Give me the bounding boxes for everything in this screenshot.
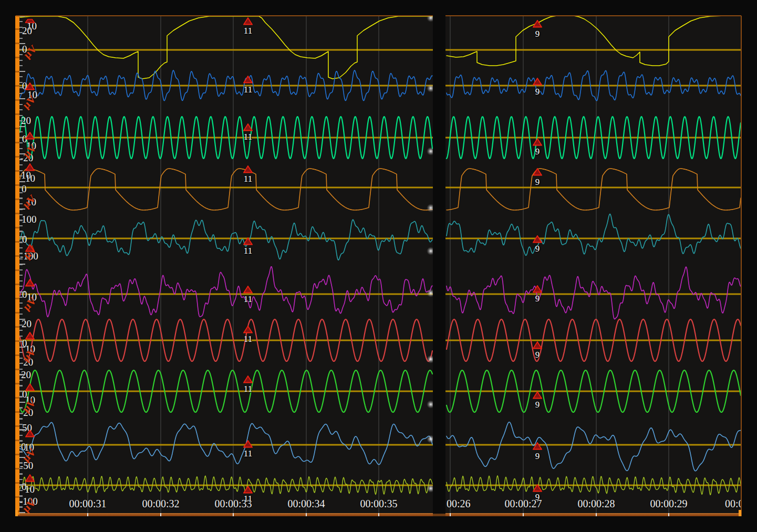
timebar-right-end-cap bbox=[739, 510, 741, 516]
signal-4-trace bbox=[447, 169, 741, 210]
timebar-tick bbox=[450, 513, 451, 516]
signal-panel-right[interactable]: 00:2600:00:2700:00:2800:00:2900:09999999… bbox=[445, 16, 741, 513]
event-marker-number: 9 bbox=[535, 294, 540, 303]
zero-line bbox=[445, 444, 741, 446]
viewer-stage: 00:00:3100:00:3200:00:3300:00:3400:00:35… bbox=[0, 0, 757, 532]
trace-end-glow bbox=[427, 147, 433, 155]
signal-panel-left[interactable]: 00:00:3100:00:3200:00:3300:00:3400:00:35… bbox=[19, 16, 433, 513]
amplitude-tick-label: 10 bbox=[25, 173, 35, 183]
signal-5-trace bbox=[20, 220, 432, 260]
trace-end-glow bbox=[427, 289, 433, 297]
channel-edge-marker-icon[interactable] bbox=[25, 16, 35, 24]
signal-6-trace bbox=[447, 267, 741, 319]
channel-edge-marker-icon[interactable] bbox=[25, 82, 35, 90]
panel-top-border-right bbox=[445, 15, 741, 16]
waveform-canvas bbox=[19, 16, 433, 513]
signal-9-trace bbox=[20, 422, 432, 464]
event-marker-icon[interactable] bbox=[533, 341, 542, 349]
timebar-tick bbox=[87, 513, 88, 516]
channel-edge-marker-icon[interactable] bbox=[25, 132, 35, 140]
event-marker-number: 11 bbox=[244, 384, 252, 393]
timebar-left[interactable] bbox=[16, 513, 433, 516]
zero-line bbox=[445, 187, 741, 189]
channel-edge-marker-icon[interactable] bbox=[25, 430, 35, 437]
event-marker-number: 11 bbox=[244, 132, 252, 141]
signal-6-trace bbox=[20, 267, 432, 317]
zero-line bbox=[445, 485, 741, 486]
event-marker-icon[interactable] bbox=[243, 123, 253, 131]
event-marker-number: 9 bbox=[535, 400, 540, 409]
event-marker-icon[interactable] bbox=[243, 237, 253, 245]
trace-end-glow bbox=[427, 247, 433, 255]
event-marker-number: 9 bbox=[535, 452, 540, 461]
event-marker-number: 9 bbox=[535, 87, 540, 96]
zero-line bbox=[445, 49, 741, 51]
event-marker-icon[interactable] bbox=[533, 78, 542, 86]
signal-5-trace bbox=[447, 214, 741, 255]
channel-edge-marker-icon[interactable] bbox=[25, 244, 35, 252]
zero-line bbox=[19, 444, 433, 446]
panel-top-border-left bbox=[16, 15, 433, 16]
timebar-tick bbox=[233, 513, 234, 516]
time-axis-label: 00:00:31 bbox=[69, 498, 106, 509]
waveform-canvas bbox=[445, 16, 741, 513]
zero-line bbox=[19, 49, 433, 51]
event-marker-icon[interactable] bbox=[243, 165, 253, 173]
zero-line bbox=[19, 294, 433, 295]
event-marker-icon[interactable] bbox=[243, 286, 253, 294]
zero-line bbox=[19, 238, 433, 239]
event-marker-number: 11 bbox=[244, 246, 252, 255]
timebar-tick bbox=[306, 513, 307, 516]
event-marker-number: 11 bbox=[244, 26, 252, 35]
event-marker-icon[interactable] bbox=[243, 375, 253, 383]
trace-end-glow bbox=[427, 400, 433, 409]
timebar-tick bbox=[378, 513, 379, 516]
timebar-tick bbox=[596, 513, 597, 516]
channel-edge-marker-icon[interactable] bbox=[25, 383, 35, 391]
zero-line bbox=[19, 485, 433, 486]
event-marker-icon[interactable] bbox=[243, 326, 253, 333]
event-marker-icon[interactable] bbox=[533, 20, 542, 28]
channel-edge-marker-icon[interactable] bbox=[25, 163, 35, 171]
event-marker-icon[interactable] bbox=[243, 17, 253, 25]
signal-1-trace bbox=[447, 16, 741, 66]
event-marker-number: 11 bbox=[244, 85, 252, 94]
event-marker-number: 9 bbox=[535, 350, 540, 359]
trace-end-glow bbox=[427, 204, 433, 212]
time-axis-label: 00:00:32 bbox=[142, 498, 179, 509]
event-marker-icon[interactable] bbox=[533, 391, 542, 399]
signal-1-trace bbox=[20, 16, 432, 79]
zero-line bbox=[19, 340, 433, 341]
timebar-tick bbox=[523, 513, 524, 516]
event-marker-icon[interactable] bbox=[533, 168, 542, 176]
amplitude-tick-label: 10 bbox=[25, 484, 35, 494]
trace-end-glow bbox=[427, 355, 433, 363]
trace-end-glow bbox=[427, 16, 433, 22]
channel-edge-marker-icon[interactable] bbox=[25, 332, 35, 340]
zero-line bbox=[445, 137, 741, 139]
time-axis-label: 00:00:35 bbox=[360, 498, 397, 509]
event-marker-icon[interactable] bbox=[533, 235, 542, 243]
time-axis-label: 00:00:28 bbox=[577, 498, 615, 509]
amplitude-ruler[interactable] bbox=[15, 16, 19, 515]
zero-line bbox=[445, 391, 741, 392]
event-marker-icon[interactable] bbox=[243, 440, 253, 448]
event-marker-icon[interactable] bbox=[533, 442, 542, 450]
timebar-right[interactable] bbox=[445, 513, 741, 516]
event-marker-icon[interactable] bbox=[533, 138, 542, 146]
channel-edge-marker-icon[interactable] bbox=[25, 474, 35, 482]
event-marker-icon[interactable] bbox=[243, 486, 253, 494]
timebar-gap bbox=[433, 514, 445, 516]
event-marker-number: 11 bbox=[244, 494, 252, 503]
event-marker-number: 9 bbox=[535, 244, 540, 253]
event-marker-number: 9 bbox=[535, 493, 540, 502]
time-axis-label: 00:26 bbox=[447, 498, 471, 509]
event-marker-icon[interactable] bbox=[533, 484, 542, 492]
time-axis-label: 00:00:29 bbox=[650, 498, 687, 509]
time-axis-label: 00:00:34 bbox=[287, 498, 325, 509]
event-marker-icon[interactable] bbox=[243, 76, 253, 84]
signal-4-trace bbox=[20, 169, 432, 210]
event-marker-number: 9 bbox=[535, 29, 540, 38]
channel-edge-marker-icon[interactable] bbox=[25, 279, 35, 287]
event-marker-icon[interactable] bbox=[533, 285, 542, 293]
